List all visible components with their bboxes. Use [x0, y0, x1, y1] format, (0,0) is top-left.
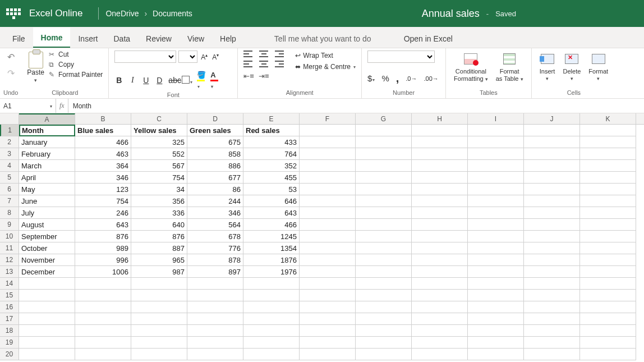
cell[interactable]: May: [19, 184, 75, 195]
cell[interactable]: [412, 125, 468, 136]
align-right-button[interactable]: [275, 61, 284, 67]
select-all-corner[interactable]: [0, 113, 19, 125]
cell[interactable]: [300, 242, 356, 254]
cell[interactable]: [412, 301, 468, 313]
underline-button[interactable]: U: [141, 76, 150, 85]
cell[interactable]: [300, 301, 356, 313]
cell[interactable]: [300, 278, 356, 290]
font-family-select[interactable]: [114, 51, 176, 63]
cell[interactable]: [468, 266, 524, 278]
cell[interactable]: [300, 195, 356, 207]
cell[interactable]: 567: [131, 160, 187, 172]
cell[interactable]: January: [19, 136, 75, 148]
strikethrough-button[interactable]: abc: [168, 76, 177, 85]
cell[interactable]: [356, 242, 412, 254]
cell[interactable]: [131, 349, 187, 360]
cell[interactable]: [300, 325, 356, 337]
percent-button[interactable]: %: [381, 74, 389, 83]
cell[interactable]: [356, 266, 412, 278]
cell[interactable]: [524, 231, 580, 242]
cell[interactable]: April: [19, 172, 75, 184]
cell[interactable]: [468, 184, 524, 195]
cell[interactable]: 996: [75, 254, 131, 266]
column-header[interactable]: E: [243, 113, 300, 124]
cell[interactable]: [524, 266, 580, 278]
cell[interactable]: December: [19, 266, 75, 278]
breadcrumb[interactable]: OneDrive › Documents: [105, 9, 192, 18]
open-in-excel[interactable]: Open in Excel: [396, 29, 461, 48]
cell[interactable]: [524, 254, 580, 266]
decrease-decimal-button[interactable]: .00→: [424, 75, 438, 82]
cell[interactable]: [187, 313, 243, 325]
format-painter-button[interactable]: ✎Format Painter: [48, 71, 103, 79]
cell[interactable]: [580, 219, 636, 231]
cell[interactable]: [356, 219, 412, 231]
cell[interactable]: [300, 254, 356, 266]
cell[interactable]: [300, 266, 356, 278]
italic-button[interactable]: I: [128, 76, 137, 85]
copy-button[interactable]: ⧉Copy: [48, 61, 103, 68]
cell[interactable]: [524, 313, 580, 325]
cell[interactable]: [75, 337, 131, 349]
fill-color-button[interactable]: 🪣▾: [197, 71, 206, 90]
cell[interactable]: [580, 301, 636, 313]
cell[interactable]: February: [19, 148, 75, 160]
grow-font-button[interactable]: A▴: [200, 53, 209, 61]
cell[interactable]: [187, 325, 243, 337]
cell[interactable]: [19, 337, 75, 349]
row-header[interactable]: 14: [0, 278, 19, 290]
cell[interactable]: 678: [187, 231, 243, 242]
breadcrumb-part[interactable]: Documents: [153, 9, 192, 18]
cell[interactable]: [524, 278, 580, 290]
cell[interactable]: [356, 195, 412, 207]
cell[interactable]: [356, 325, 412, 337]
cell[interactable]: [412, 349, 468, 360]
shrink-font-button[interactable]: A▾: [211, 53, 220, 61]
cell[interactable]: [580, 231, 636, 242]
cell[interactable]: [468, 125, 524, 136]
cell[interactable]: [412, 278, 468, 290]
cell[interactable]: 123: [75, 184, 131, 195]
cell[interactable]: [468, 207, 524, 219]
cell[interactable]: [580, 278, 636, 290]
cell[interactable]: [412, 207, 468, 219]
cell[interactable]: 1354: [243, 242, 300, 254]
cell[interactable]: [468, 301, 524, 313]
cell[interactable]: 53: [243, 184, 300, 195]
cell[interactable]: [75, 301, 131, 313]
tell-me-search[interactable]: Tell me what you want to do: [266, 29, 379, 48]
cell[interactable]: [19, 325, 75, 337]
column-header[interactable]: I: [468, 113, 524, 124]
cell[interactable]: 965: [131, 254, 187, 266]
cell[interactable]: [468, 325, 524, 337]
cell[interactable]: [524, 242, 580, 254]
cell[interactable]: 1976: [243, 266, 300, 278]
column-header[interactable]: F: [300, 113, 356, 124]
cell[interactable]: [300, 148, 356, 160]
cell[interactable]: [524, 301, 580, 313]
cell[interactable]: [75, 278, 131, 290]
cell[interactable]: [468, 337, 524, 349]
cell[interactable]: [412, 195, 468, 207]
align-middle-button[interactable]: [259, 51, 268, 57]
cell[interactable]: [468, 136, 524, 148]
cell[interactable]: [524, 160, 580, 172]
align-bottom-button[interactable]: [275, 51, 284, 57]
cell[interactable]: 677: [187, 172, 243, 184]
column-header[interactable]: D: [187, 113, 243, 124]
decrease-indent-button[interactable]: ⇤≡: [243, 72, 254, 80]
cell[interactable]: [468, 195, 524, 207]
cell[interactable]: [468, 290, 524, 301]
cell[interactable]: [412, 160, 468, 172]
cell[interactable]: July: [19, 207, 75, 219]
cell[interactable]: June: [19, 195, 75, 207]
undo-icon[interactable]: ↶: [7, 52, 15, 62]
cell[interactable]: [468, 242, 524, 254]
paste-button[interactable]: Paste ▾: [27, 51, 44, 83]
cell[interactable]: [356, 148, 412, 160]
cell[interactable]: [300, 337, 356, 349]
cell[interactable]: [412, 254, 468, 266]
cell[interactable]: October: [19, 242, 75, 254]
cell[interactable]: [524, 290, 580, 301]
cell[interactable]: [19, 301, 75, 313]
